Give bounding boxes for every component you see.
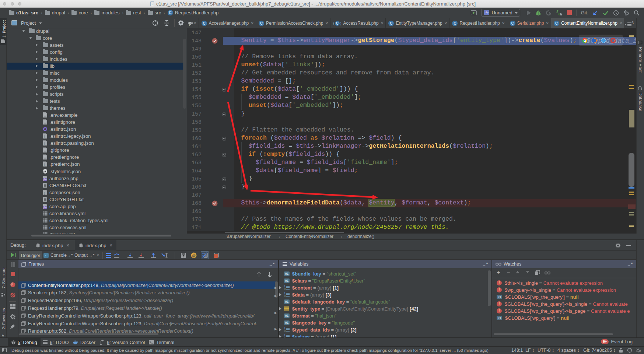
svg-text:@: @ — [192, 253, 196, 257]
svg-text:?: ? — [639, 350, 641, 353]
